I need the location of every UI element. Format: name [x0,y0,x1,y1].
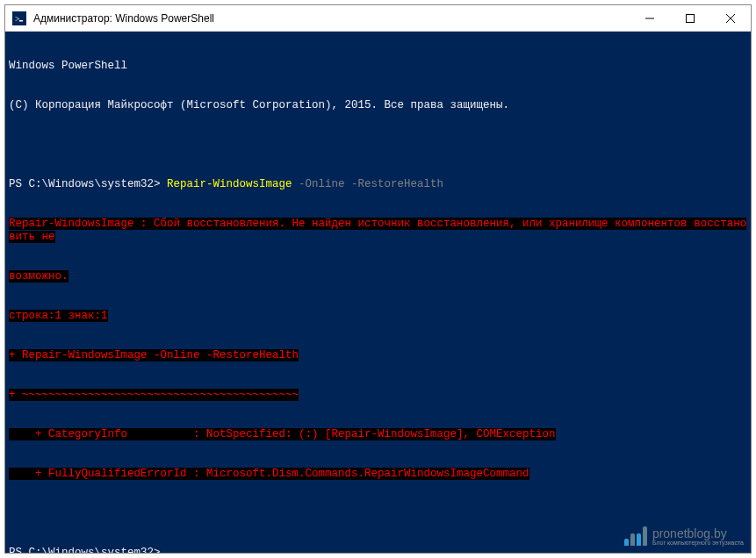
titlebar[interactable]: > Администратор: Windows PowerShell [5,5,751,32]
banner-line: Windows PowerShell [9,60,747,73]
watermark-text: pronetblog.by [652,527,744,540]
maximize-icon [686,14,695,23]
window-title: Администратор: Windows PowerShell [33,12,630,25]
terminal-content[interactable]: Windows PowerShell (C) Корпорация Майкро… [5,32,751,553]
blank-line [9,507,747,520]
minimize-icon [645,14,654,23]
close-icon [726,14,735,23]
command-name: Repair-WindowsImage [167,178,292,190]
command-args: -Online -RestoreHealth [292,178,444,190]
watermark-logo [624,526,647,546]
maximize-button[interactable] [670,5,710,31]
error-location: строка:1 знак:1 [9,310,747,323]
error-line: Repair-WindowsImage : Сбой восстановлени… [9,218,747,244]
svg-rect-1 [19,20,23,22]
minimize-button[interactable] [630,5,670,31]
error-line: возможно. [9,270,747,283]
watermark: pronetblog.by Блог компьютерного энтузиа… [624,526,744,546]
svg-text:>: > [15,14,20,24]
window-controls [630,5,751,31]
close-button[interactable] [710,5,751,31]
powershell-window: > Администратор: Windows PowerShell Wind… [4,4,752,554]
blank-line [9,139,747,152]
error-id: + FullyQualifiedErrorId : Microsoft.Dism… [9,468,747,481]
watermark-subtitle: Блог компьютерного энтузиаста [652,540,744,546]
prompt-prefix: PS C:\Windows\system32> [9,547,167,553]
prompt-prefix: PS C:\Windows\system32> [9,178,167,190]
copyright-line: (C) Корпорация Майкрософт (Microsoft Cor… [9,99,747,112]
error-category: + CategoryInfo : NotSpecified: (:) [Repa… [9,428,747,441]
prompt-line: PS C:\Windows\system32> [9,547,747,553]
svg-rect-3 [687,14,695,22]
error-underline: + ~~~~~~~~~~~~~~~~~~~~~~~~~~~~~~~~~~~~~~… [9,389,747,402]
powershell-icon: > [12,11,26,25]
command-line: PS C:\Windows\system32> Repair-WindowsIm… [9,178,747,191]
error-command-echo: + Repair-WindowsImage -Online -RestoreHe… [9,349,747,362]
